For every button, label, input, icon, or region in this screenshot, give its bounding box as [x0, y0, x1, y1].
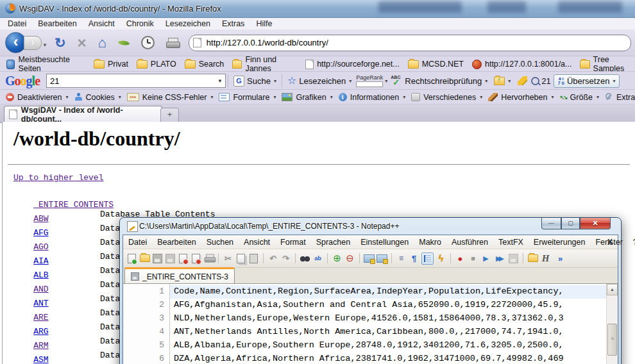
- close-document-button[interactable]: X: [607, 238, 613, 247]
- google-suche-button[interactable]: G Suche ▾: [230, 74, 280, 88]
- undo-icon[interactable]: ↶: [267, 253, 278, 264]
- save-session-icon[interactable]: [377, 253, 387, 264]
- open-folder-icon[interactable]: [527, 253, 538, 264]
- text-area[interactable]: Code,Name,Continent,Region,SurfaceArea,I…: [170, 284, 606, 364]
- webdev-extras[interactable]: Extras▾: [603, 92, 635, 103]
- spellcheck-button[interactable]: ABC✓ Rechtschreibprüfung ▾: [387, 74, 491, 87]
- macro-save-icon[interactable]: [508, 253, 519, 264]
- highlighter-icon[interactable]: [518, 76, 527, 85]
- pagerank-label: PageRank: [356, 75, 383, 81]
- bookmark-sourceforge[interactable]: http://sourceforge.net...: [303, 59, 402, 70]
- print-icon[interactable]: [203, 253, 214, 264]
- url-input[interactable]: [205, 37, 631, 48]
- paste-icon[interactable]: [248, 253, 259, 264]
- zoom-out-icon[interactable]: ⊖: [344, 253, 355, 264]
- bookmark-mcsd[interactable]: MCSD.NET: [405, 59, 466, 69]
- npp-menu-format[interactable]: Format: [275, 236, 311, 248]
- clock-extension-icon[interactable]: [141, 36, 155, 49]
- tab-active[interactable]: WsgiDAV - Index of /world-db/count...: [4, 106, 162, 122]
- webdev-hervorheben[interactable]: Hervorheben▾: [486, 92, 555, 103]
- search-dropdown-icon[interactable]: ▼: [215, 74, 225, 87]
- home-icon[interactable]: ⌂: [98, 33, 106, 53]
- bookmark-privat[interactable]: Privat: [91, 59, 131, 69]
- find-icon[interactable]: [300, 253, 310, 264]
- zoom-in-icon[interactable]: ⊕: [332, 253, 343, 264]
- reload-icon[interactable]: ↻: [55, 33, 66, 53]
- toolbar-overflow-icon[interactable]: »: [558, 254, 563, 263]
- webdev-css[interactable]: cssKeine CSS-Fehler▾: [125, 92, 216, 103]
- menu-ansicht[interactable]: Ansicht: [83, 19, 120, 29]
- google-lesezeichen-button[interactable]: ☆ Lesezeichen ▾: [284, 75, 355, 87]
- npp-menu-ausfuehren[interactable]: Ausführen: [446, 236, 493, 248]
- macro-record-icon[interactable]: ●: [455, 253, 466, 264]
- minimize-button[interactable]: —: [541, 218, 561, 229]
- close-all-icon[interactable]: [190, 253, 201, 264]
- npp-menu-makro[interactable]: Makro: [414, 236, 446, 248]
- word-wrap-icon[interactable]: ≡: [396, 253, 407, 264]
- menu-chronik[interactable]: Chronik: [121, 19, 159, 29]
- url-bar[interactable]: [189, 35, 631, 51]
- macro-play-icon[interactable]: ▶: [480, 253, 491, 264]
- word-find-button[interactable]: 21: [531, 76, 550, 86]
- save-icon[interactable]: [152, 253, 163, 264]
- menu-bearbeiten[interactable]: Bearbeiten: [33, 19, 81, 29]
- vertical-scrollbar[interactable]: ▲ ≡: [606, 284, 618, 364]
- webdev-cookies[interactable]: Cookies▾: [72, 92, 123, 103]
- restore-session-icon[interactable]: [364, 253, 375, 264]
- new-tab-button[interactable]: +: [160, 108, 179, 122]
- webdev-deaktivieren[interactable]: Deaktivieren▾: [4, 92, 71, 103]
- bookmark-127001[interactable]: http://127.0.0.1:8001/a...: [470, 59, 575, 70]
- replace-icon[interactable]: ab: [312, 253, 323, 264]
- menu-hilfe[interactable]: Hilfe: [251, 19, 277, 29]
- function-completion-icon[interactable]: ϟ: [436, 253, 446, 264]
- npp-menu-suchen[interactable]: Suchen: [201, 236, 239, 248]
- document-tab[interactable]: _ENTIRE_CONTENTS-3: [124, 267, 235, 284]
- close-file-icon[interactable]: [178, 253, 189, 264]
- scrollbar-thumb[interactable]: ≡: [607, 324, 617, 356]
- menu-datei[interactable]: Datei: [3, 19, 31, 29]
- npp-menu-datei[interactable]: Datei: [123, 236, 152, 248]
- npp-menu-einstellungen[interactable]: Einstellungen: [355, 236, 414, 248]
- macro-stop-icon[interactable]: ■: [468, 253, 478, 264]
- notepad-editor[interactable]: 1 2 3 4 5 6 Code,Name,Continent,Region,S…: [123, 283, 618, 364]
- npp-menu-textfx[interactable]: TextFX: [493, 236, 529, 248]
- indent-guide-icon[interactable]: [421, 252, 434, 265]
- forward-button[interactable]: ›: [24, 36, 42, 50]
- print-icon[interactable]: [166, 38, 180, 48]
- menu-lesezeichen[interactable]: Lesezeichen: [160, 19, 216, 29]
- redo-icon[interactable]: ↷: [280, 253, 291, 264]
- history-dropdown-icon[interactable]: ▼: [42, 42, 47, 48]
- google-search-input[interactable]: [47, 76, 215, 87]
- up-to-higher-level-link[interactable]: Up to higher level: [13, 173, 103, 183]
- bookmark-search[interactable]: Search: [182, 59, 227, 69]
- menu-extras[interactable]: Extras: [217, 19, 250, 29]
- new-file-icon[interactable]: [126, 253, 137, 264]
- npp-menu-help[interactable]: ?: [628, 236, 635, 248]
- npp-menu-erweiterungen[interactable]: Erweiterungen: [529, 236, 591, 248]
- webdev-grafiken[interactable]: Grafiken▾: [280, 92, 334, 103]
- stop-icon[interactable]: ×: [78, 33, 87, 53]
- close-button[interactable]: ✕: [580, 218, 611, 229]
- show-all-chars-icon[interactable]: ¶: [409, 253, 419, 264]
- copy-icon[interactable]: [235, 253, 246, 264]
- npp-menu-ansicht[interactable]: Ansicht: [239, 236, 275, 248]
- webdev-verschiedenes[interactable]: Verschiedenes▾: [409, 92, 484, 103]
- save-copy-icon[interactable]: [165, 253, 176, 264]
- open-file-icon[interactable]: [139, 253, 150, 264]
- npp-menu-bearbeiten[interactable]: Bearbeiten: [152, 236, 201, 248]
- leaf-extension-icon[interactable]: [118, 38, 130, 47]
- pagerank-widget[interactable]: PageRank: [356, 75, 383, 87]
- translate-button[interactable]: a ı 7 ö Übersetzen ▾: [554, 74, 620, 88]
- scroll-up-button[interactable]: ▲: [607, 284, 618, 295]
- macro-run-multiple-icon[interactable]: ▶▶: [493, 253, 504, 264]
- webdev-groesse[interactable]: ↖↘Größe▾: [557, 92, 601, 103]
- google-search-box[interactable]: ▼: [46, 74, 226, 88]
- send-to-button[interactable]: ▾: [491, 76, 514, 87]
- maximize-button[interactable]: ▢: [561, 218, 580, 229]
- cut-icon[interactable]: ✂: [223, 253, 233, 264]
- npp-menu-sprachen[interactable]: Sprachen: [311, 236, 356, 248]
- html-char-icon[interactable]: H: [540, 253, 551, 264]
- webdev-informationen[interactable]: iInformationen▾: [337, 92, 407, 103]
- bookmark-plato[interactable]: PLATO: [134, 59, 179, 69]
- webdev-formulare[interactable]: Formulare▾: [217, 92, 278, 103]
